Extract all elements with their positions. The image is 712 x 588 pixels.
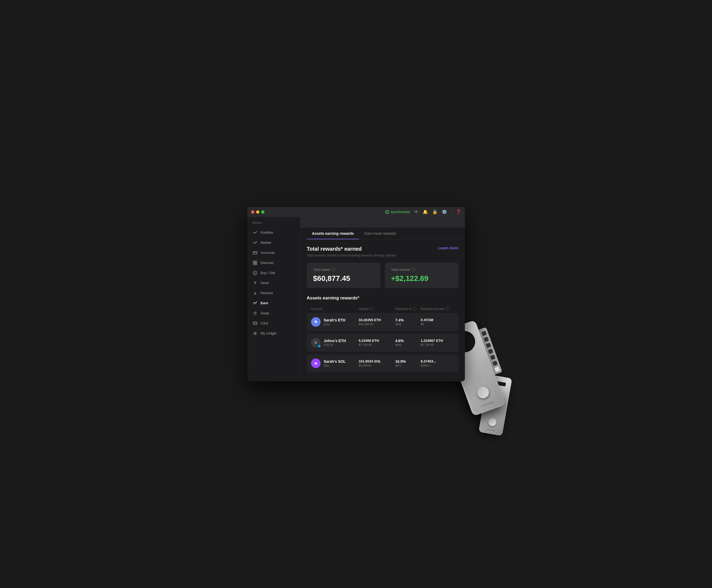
bell-icon[interactable]: 🔔 — [423, 209, 428, 214]
device-brand: LEDGER — [481, 401, 494, 407]
table-row[interactable]: S Johns's ETH STETH 5.23456 ETH $7,328.3… — [307, 334, 459, 352]
my-ledger-icon — [253, 331, 258, 336]
asset-info-sol: Sarah's SOL SOL — [311, 358, 355, 368]
top-bar — [301, 217, 465, 228]
asset-name-sol: Sarah's SOL — [324, 359, 346, 363]
sidebar-item-card[interactable]: Card — [247, 318, 300, 328]
portfolio-label: Portfolio — [261, 231, 273, 234]
main-content: Assets earning rewards Earn more rewards… — [301, 217, 465, 381]
card-icon — [253, 321, 258, 326]
sidebar-item-receive[interactable]: Receive — [247, 288, 300, 298]
staked-eth: 33.26355 ETH $46,568.96 — [359, 318, 392, 326]
asset-details-eth: Sarah's ETH ETH — [324, 318, 346, 326]
rewards-earned-eth: 0 ATOM $0 — [421, 318, 454, 326]
help-icon[interactable]: ❓ — [456, 209, 461, 214]
staked-amount-eth: 33.26355 ETH — [359, 318, 392, 322]
traffic-lights — [251, 210, 264, 214]
eye-icon[interactable]: 👁 — [414, 210, 419, 214]
rewards-earned-col-info[interactable]: i — [446, 307, 449, 311]
sidebar-item-accounts[interactable]: Accounts — [247, 248, 300, 258]
col-rewards-earned: Rewards earned i — [421, 307, 454, 311]
svg-rect-2 — [253, 261, 255, 262]
sidebar-item-buy-sell[interactable]: $ Buy / Sell — [247, 268, 300, 278]
asset-info-eth: Sarah's ETH ETH — [311, 317, 355, 327]
rewards-pct-val-eth: 7.4% — [395, 318, 418, 322]
device-side-panel — [479, 327, 502, 374]
sidebar-item-market[interactable]: Market — [247, 238, 300, 248]
rewards-earned-steth: 1.234567 ETH $1,728.40 — [421, 339, 454, 346]
swap-label: Swap — [261, 311, 269, 315]
rewards-pct-sol: 16.9% APY — [395, 359, 418, 367]
total-rewards-card: Total rewards i +$2,122.69 — [385, 262, 459, 288]
rewards-info-icon[interactable]: i — [411, 268, 415, 272]
rewards-earned-usd-sol: $248.2... — [421, 364, 454, 367]
steth-icon: S — [311, 338, 321, 348]
sidebar-item-send[interactable]: Send — [247, 278, 300, 288]
sync-status: ✓ Synchronized — [385, 210, 410, 214]
asset-name-steth: Johns's ETH — [324, 339, 346, 343]
portfolio-icon — [253, 230, 258, 235]
table-row[interactable]: Sarah's ETH ETH 33.26355 ETH $46,568.96 … — [307, 313, 459, 331]
col-rewards-pct: Rewards % i — [395, 307, 418, 311]
rewards-type-eth: APR — [395, 323, 418, 326]
rewards-earned-val-eth: 0 ATOM — [421, 318, 454, 322]
tab-assets-earning[interactable]: Assets earning rewards — [307, 228, 359, 239]
rewards-title: Total rewards* earned — [307, 246, 397, 252]
asset-ticker-steth: STETH — [324, 343, 346, 346]
assets-section-title: Assets earning rewards* — [307, 295, 459, 301]
sidebar-item-portfolio[interactable]: Portfolio — [247, 228, 300, 238]
asset-name-eth: Sarah's ETH — [324, 318, 346, 322]
staked-usd-steth: $7,328.39 — [359, 343, 392, 346]
staked-col-info[interactable]: i — [370, 307, 373, 311]
staked-info-icon[interactable]: i — [332, 268, 335, 272]
tab-earn-more[interactable]: Earn more rewards — [359, 228, 401, 239]
buy-sell-label: Buy / Sell — [261, 271, 275, 275]
earn-icon — [253, 301, 258, 306]
lock-icon[interactable]: 🔒 — [432, 209, 438, 214]
content-area: Total rewards* earned Total rewards earn… — [301, 239, 465, 381]
steth-badge — [318, 344, 321, 348]
sidebar-item-swap[interactable]: Swap — [247, 308, 300, 318]
accounts-icon — [253, 250, 258, 255]
nano-brand: LEDGER — [486, 428, 495, 432]
sidebar-item-my-ledger[interactable]: My Ledger — [247, 328, 300, 338]
staked-amount-steth: 5.23456 ETH — [359, 339, 392, 343]
gear-icon[interactable]: ⚙️ — [442, 209, 447, 214]
sidebar-item-earn[interactable]: Earn — [247, 298, 300, 308]
eth-icon — [311, 317, 321, 327]
close-button[interactable] — [251, 210, 254, 214]
staked-sol: 101.6534 SOL $3,049.61 — [359, 359, 392, 367]
my-ledger-label: My Ledger — [261, 331, 277, 335]
app-layout: MENU Portfolio Market — [247, 217, 465, 381]
learn-more-link[interactable]: Learn more — [438, 246, 458, 250]
asset-info-steth: S Johns's ETH STETH — [311, 338, 355, 348]
nano-button — [488, 417, 497, 427]
rewards-earned-usd-steth: $1,728.40 — [421, 343, 454, 346]
send-icon — [253, 280, 258, 286]
minimize-button[interactable] — [256, 210, 259, 214]
discover-label: Discover — [261, 261, 274, 265]
discover-icon — [253, 260, 258, 265]
asset-ticker-sol: SOL — [324, 364, 346, 367]
rewards-pct-col-info[interactable]: i — [413, 307, 416, 311]
sync-label: Synchronized — [391, 210, 410, 214]
rewards-title-block: Total rewards* earned Total rewards earn… — [307, 246, 397, 257]
sol-icon — [311, 358, 321, 368]
sidebar: MENU Portfolio Market — [247, 217, 301, 381]
svg-rect-4 — [253, 263, 255, 265]
table-row[interactable]: Sarah's SOL SOL 101.6534 SOL $3,049.61 1… — [307, 354, 459, 372]
rewards-type-steth: APR — [395, 343, 418, 346]
device-button — [475, 385, 490, 400]
sidebar-item-discover[interactable]: Discover — [247, 258, 300, 268]
tabs: Assets earning rewards Earn more rewards — [301, 228, 465, 239]
maximize-button[interactable] — [261, 210, 264, 214]
svg-text:$: $ — [254, 272, 256, 274]
total-staked-label: Total staked i — [313, 268, 374, 272]
rewards-earned-usd-eth: $0 — [421, 322, 454, 326]
rewards-earned-sol: 8.27453... $248.2... — [421, 359, 454, 367]
send-label: Send — [261, 281, 269, 285]
accounts-label: Accounts — [261, 251, 275, 255]
titlebar: ✓ Synchronized 👁 🔔 🔒 ⚙️ ❓ — [247, 207, 465, 217]
total-rewards-value: +$2,122.69 — [391, 274, 452, 283]
svg-rect-10 — [253, 322, 257, 324]
